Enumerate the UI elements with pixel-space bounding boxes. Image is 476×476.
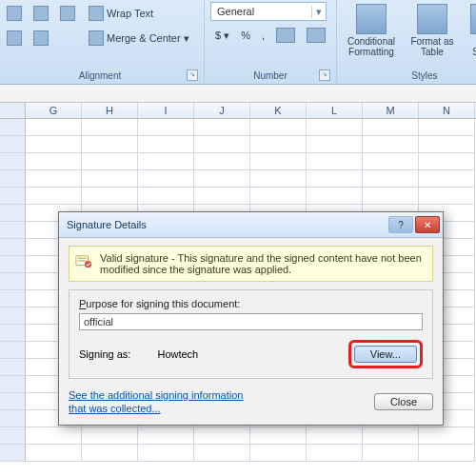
cell[interactable] bbox=[363, 170, 419, 188]
indent-inc-btn[interactable] bbox=[29, 27, 53, 50]
cell[interactable] bbox=[82, 445, 138, 462]
decrease-decimal-btn[interactable] bbox=[302, 24, 330, 47]
row-header[interactable] bbox=[0, 410, 26, 427]
conditional-formatting-btn[interactable]: Conditional Formatting bbox=[343, 2, 400, 57]
cell[interactable] bbox=[138, 170, 194, 188]
cell[interactable] bbox=[307, 136, 363, 153]
cell[interactable] bbox=[194, 445, 250, 462]
row-header[interactable] bbox=[0, 393, 26, 410]
cell[interactable] bbox=[194, 153, 250, 170]
merge-center-btn[interactable]: Merge & Center ▾ bbox=[84, 27, 198, 50]
cell[interactable] bbox=[250, 136, 307, 153]
row-header[interactable] bbox=[0, 427, 26, 445]
dialog-titlebar[interactable]: Signature Details ? ✕ bbox=[59, 212, 443, 238]
cell[interactable] bbox=[26, 170, 82, 188]
cell[interactable] bbox=[250, 153, 307, 170]
cell[interactable] bbox=[26, 119, 82, 136]
row-header[interactable] bbox=[0, 307, 26, 325]
close-button[interactable]: Close bbox=[374, 393, 433, 410]
cell[interactable] bbox=[363, 445, 419, 462]
cell[interactable] bbox=[82, 188, 138, 205]
cell[interactable] bbox=[194, 136, 250, 153]
view-certificate-button[interactable]: View... bbox=[354, 346, 417, 363]
column-header[interactable]: M bbox=[363, 103, 419, 118]
column-header[interactable]: G bbox=[26, 103, 82, 118]
cell[interactable] bbox=[26, 427, 82, 445]
alignment-dialog-launcher[interactable]: ↘ bbox=[187, 69, 198, 81]
row-header[interactable] bbox=[0, 136, 26, 153]
cell[interactable] bbox=[138, 445, 194, 462]
cell[interactable] bbox=[419, 427, 475, 445]
column-header[interactable]: J bbox=[194, 103, 250, 118]
column-header[interactable]: I bbox=[138, 103, 194, 118]
row-header[interactable] bbox=[0, 376, 26, 393]
row-header[interactable] bbox=[0, 153, 26, 170]
cell[interactable] bbox=[250, 188, 307, 205]
cell[interactable] bbox=[82, 119, 138, 136]
row-header[interactable] bbox=[0, 325, 26, 342]
cell[interactable] bbox=[26, 445, 82, 462]
cell[interactable] bbox=[82, 170, 138, 188]
number-dialog-launcher[interactable]: ↘ bbox=[319, 69, 330, 81]
cell[interactable] bbox=[419, 445, 475, 462]
cell[interactable] bbox=[138, 153, 194, 170]
row-header[interactable] bbox=[0, 273, 26, 290]
column-header[interactable]: H bbox=[82, 103, 138, 118]
row-header[interactable] bbox=[0, 119, 26, 136]
cell[interactable] bbox=[250, 170, 307, 188]
cell[interactable] bbox=[194, 427, 250, 445]
cell[interactable] bbox=[250, 427, 307, 445]
cell[interactable] bbox=[419, 136, 475, 153]
cell[interactable] bbox=[363, 153, 419, 170]
row-header[interactable] bbox=[0, 188, 26, 205]
cell[interactable] bbox=[307, 427, 363, 445]
indent-dec-btn[interactable] bbox=[2, 27, 27, 50]
wrap-text-btn[interactable]: Wrap Text bbox=[84, 2, 198, 25]
column-header[interactable]: N bbox=[419, 103, 475, 118]
comma-btn[interactable]: , bbox=[257, 24, 269, 47]
row-header[interactable] bbox=[0, 170, 26, 188]
currency-btn[interactable]: $ ▾ bbox=[210, 24, 234, 47]
select-all-cell[interactable] bbox=[0, 103, 26, 118]
increase-decimal-btn[interactable] bbox=[271, 24, 300, 47]
cell[interactable] bbox=[307, 170, 363, 188]
cell[interactable] bbox=[138, 427, 194, 445]
cell[interactable] bbox=[419, 188, 475, 205]
cell[interactable] bbox=[307, 445, 363, 462]
cell[interactable] bbox=[26, 136, 82, 153]
cell[interactable] bbox=[194, 188, 250, 205]
cell[interactable] bbox=[307, 153, 363, 170]
cell[interactable] bbox=[363, 427, 419, 445]
cell[interactable] bbox=[82, 136, 138, 153]
cell[interactable] bbox=[419, 153, 475, 170]
cell[interactable] bbox=[26, 153, 82, 170]
additional-info-link[interactable]: See the additional signing information t… bbox=[69, 388, 243, 415]
cell[interactable] bbox=[138, 136, 194, 153]
cell[interactable] bbox=[307, 119, 363, 136]
row-header[interactable] bbox=[0, 222, 26, 239]
row-header[interactable] bbox=[0, 205, 26, 222]
cell[interactable] bbox=[363, 136, 419, 153]
cell[interactable] bbox=[307, 188, 363, 205]
cell[interactable] bbox=[82, 427, 138, 445]
format-as-table-btn[interactable]: Format as Table bbox=[404, 2, 461, 57]
dialog-close-button[interactable]: ✕ bbox=[415, 216, 440, 233]
cell[interactable] bbox=[419, 170, 475, 188]
cell[interactable] bbox=[194, 170, 250, 188]
align-top-btn[interactable] bbox=[2, 2, 27, 25]
align-middle-btn[interactable] bbox=[29, 2, 53, 25]
cell[interactable] bbox=[82, 153, 138, 170]
purpose-input[interactable] bbox=[79, 313, 423, 330]
cell[interactable] bbox=[26, 188, 82, 205]
row-header[interactable] bbox=[0, 290, 26, 307]
cell[interactable] bbox=[138, 188, 194, 205]
cell-styles-btn[interactable]: Cell Styles bbox=[465, 2, 476, 57]
row-header[interactable] bbox=[0, 239, 26, 256]
number-format-combo[interactable]: General ▾ bbox=[210, 2, 327, 21]
row-header[interactable] bbox=[0, 445, 26, 462]
row-header[interactable] bbox=[0, 342, 26, 359]
cell[interactable] bbox=[194, 119, 250, 136]
formula-bar[interactable] bbox=[0, 85, 476, 103]
cell[interactable] bbox=[363, 188, 419, 205]
percent-btn[interactable]: % bbox=[236, 24, 255, 47]
